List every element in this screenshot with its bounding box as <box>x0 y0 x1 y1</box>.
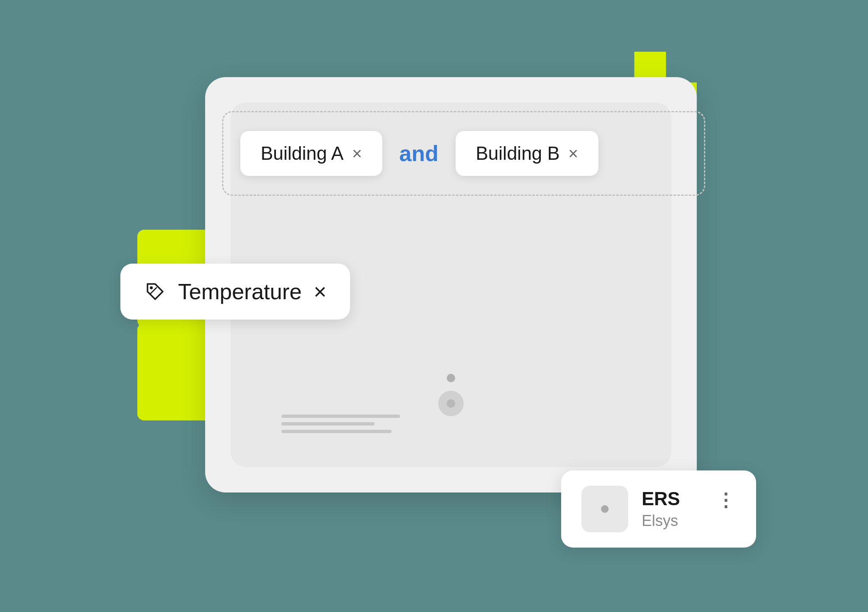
building-b-close[interactable]: × <box>568 144 578 163</box>
temperature-label: Temperature <box>178 279 302 304</box>
temperature-close[interactable]: × <box>314 279 326 304</box>
ers-menu-button[interactable]: ⋮ <box>716 486 736 511</box>
temperature-chip[interactable]: Temperature × <box>120 264 350 320</box>
and-connector: and <box>396 141 442 166</box>
ers-brand: Elsys <box>642 512 703 530</box>
camera-circle <box>438 391 464 416</box>
device-sensor-dot <box>601 505 609 513</box>
building-a-close[interactable]: × <box>352 144 362 163</box>
ers-device-thumbnail <box>581 486 628 532</box>
building-b-chip[interactable]: Building B × <box>456 131 599 176</box>
ers-info: ERS Elsys <box>642 488 703 530</box>
building-a-label: Building A <box>261 143 344 164</box>
ers-card: ERS Elsys ⋮ <box>561 470 756 548</box>
svg-point-0 <box>150 287 153 289</box>
tag-icon <box>144 281 166 303</box>
scene: Building A × and Building B × Temperatur… <box>137 52 731 560</box>
filter-dashed-container: Building A × and Building B × <box>222 111 705 196</box>
device-lines <box>281 414 400 433</box>
building-b-label: Building B <box>476 143 560 164</box>
ers-device-name: ERS <box>642 488 703 509</box>
small-sensor-dot <box>447 374 455 382</box>
building-a-chip[interactable]: Building A × <box>240 131 382 176</box>
